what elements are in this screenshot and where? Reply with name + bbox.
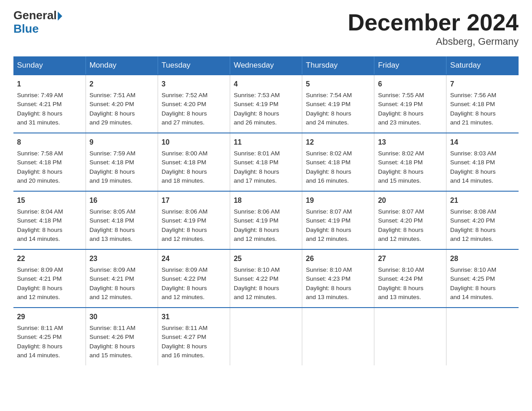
calendar-week-row: 1 Sunrise: 7:49 AM Sunset: 4:21 PM Dayli… [13, 75, 519, 133]
sunset-text: Sunset: 4:21 PM [17, 101, 62, 107]
sunset-text: Sunset: 4:19 PM [306, 217, 351, 224]
sunrise-text: Sunrise: 8:04 AM [17, 208, 63, 215]
day-number: 23 [90, 253, 154, 264]
sunset-text: Sunset: 4:18 PM [162, 159, 206, 166]
calendar-cell: 24 Sunrise: 8:09 AM Sunset: 4:22 PM Dayl… [158, 249, 230, 308]
calendar-cell [302, 308, 374, 365]
sunrise-text: Sunrise: 8:09 AM [17, 266, 63, 273]
sunset-text: Sunset: 4:27 PM [162, 334, 206, 340]
day-number: 12 [306, 137, 370, 148]
calendar-cell: 9 Sunrise: 7:59 AM Sunset: 4:18 PM Dayli… [86, 133, 158, 191]
calendar-cell: 25 Sunrise: 8:10 AM Sunset: 4:22 PM Dayl… [230, 249, 302, 308]
sunset-text: Sunset: 4:19 PM [234, 101, 279, 107]
sunrise-text: Sunrise: 8:05 AM [90, 208, 136, 215]
logo-blue: Blue [13, 22, 39, 36]
logo-general: General [13, 9, 62, 22]
day-number: 29 [17, 312, 82, 322]
day-number: 30 [90, 312, 154, 322]
daylight-text: Daylight: 8 hoursand 13 minutes. [378, 285, 423, 300]
month-title: December 2024 [348, 9, 519, 36]
sunset-text: Sunset: 4:23 PM [306, 275, 351, 282]
daylight-text: Daylight: 8 hoursand 14 minutes. [450, 168, 495, 184]
sunset-text: Sunset: 4:18 PM [17, 217, 62, 224]
sunset-text: Sunset: 4:18 PM [378, 159, 423, 166]
sunset-text: Sunset: 4:26 PM [90, 334, 134, 340]
calendar-week-row: 15 Sunrise: 8:04 AM Sunset: 4:18 PM Dayl… [13, 191, 519, 249]
header-wednesday: Wednesday [230, 56, 302, 75]
daylight-text: Daylight: 8 hoursand 12 minutes. [90, 285, 135, 300]
daylight-text: Daylight: 8 hoursand 15 minutes. [90, 343, 135, 359]
daylight-text: Daylight: 8 hoursand 13 minutes. [90, 227, 135, 242]
header-saturday: Saturday [446, 56, 519, 75]
daylight-text: Daylight: 8 hoursand 16 minutes. [306, 168, 351, 184]
sunrise-text: Sunrise: 8:00 AM [162, 150, 208, 157]
sunrise-text: Sunrise: 8:09 AM [162, 266, 208, 273]
sunset-text: Sunset: 4:22 PM [234, 275, 279, 282]
sunrise-text: Sunrise: 7:54 AM [306, 92, 352, 98]
sunset-text: Sunset: 4:18 PM [450, 101, 495, 107]
sunset-text: Sunset: 4:18 PM [450, 159, 495, 166]
calendar-week-row: 22 Sunrise: 8:09 AM Sunset: 4:21 PM Dayl… [13, 249, 519, 308]
sunrise-text: Sunrise: 7:56 AM [450, 92, 496, 98]
sunrise-text: Sunrise: 7:55 AM [378, 92, 424, 98]
daylight-text: Daylight: 8 hoursand 27 minutes. [162, 110, 207, 126]
sunrise-text: Sunrise: 7:52 AM [162, 92, 208, 98]
calendar-week-row: 29 Sunrise: 8:11 AM Sunset: 4:25 PM Dayl… [13, 308, 519, 365]
calendar-cell: 31 Sunrise: 8:11 AM Sunset: 4:27 PM Dayl… [158, 308, 230, 365]
day-number: 18 [234, 195, 298, 206]
calendar-cell: 17 Sunrise: 8:06 AM Sunset: 4:19 PM Dayl… [158, 191, 230, 249]
sunrise-text: Sunrise: 8:10 AM [378, 266, 424, 273]
sunrise-text: Sunrise: 8:11 AM [162, 325, 208, 331]
sunset-text: Sunset: 4:25 PM [450, 275, 495, 282]
daylight-text: Daylight: 8 hoursand 15 minutes. [378, 168, 423, 184]
daylight-text: Daylight: 8 hoursand 14 minutes. [17, 343, 62, 359]
day-number: 20 [378, 195, 442, 206]
daylight-text: Daylight: 8 hoursand 24 minutes. [306, 110, 351, 126]
day-number: 21 [450, 195, 515, 206]
header-thursday: Thursday [302, 56, 374, 75]
sunrise-text: Sunrise: 7:49 AM [17, 92, 63, 98]
sunset-text: Sunset: 4:18 PM [306, 159, 351, 166]
days-header-row: Sunday Monday Tuesday Wednesday Thursday… [13, 56, 519, 75]
calendar-cell: 21 Sunrise: 8:08 AM Sunset: 4:20 PM Dayl… [446, 191, 519, 249]
sunset-text: Sunset: 4:22 PM [162, 275, 206, 282]
calendar-cell: 28 Sunrise: 8:10 AM Sunset: 4:25 PM Dayl… [446, 249, 519, 308]
day-number: 22 [17, 253, 82, 264]
sunrise-text: Sunrise: 8:03 AM [450, 150, 496, 157]
header-sunday: Sunday [13, 56, 86, 75]
sunrise-text: Sunrise: 7:58 AM [17, 150, 63, 157]
page-header: General Blue December 2024 Absberg, Germ… [13, 9, 519, 47]
day-number: 15 [17, 195, 82, 206]
calendar-cell [230, 308, 302, 365]
sunset-text: Sunset: 4:20 PM [90, 101, 134, 107]
calendar-cell: 6 Sunrise: 7:55 AM Sunset: 4:19 PM Dayli… [374, 75, 446, 133]
daylight-text: Daylight: 8 hoursand 12 minutes. [450, 227, 495, 242]
daylight-text: Daylight: 8 hoursand 16 minutes. [162, 343, 207, 359]
daylight-text: Daylight: 8 hoursand 26 minutes. [234, 110, 279, 126]
sunrise-text: Sunrise: 8:02 AM [306, 150, 352, 157]
calendar-cell: 3 Sunrise: 7:52 AM Sunset: 4:20 PM Dayli… [158, 75, 230, 133]
sunrise-text: Sunrise: 8:07 AM [306, 208, 352, 215]
day-number: 31 [162, 312, 226, 322]
sunset-text: Sunset: 4:18 PM [90, 159, 134, 166]
title-block: December 2024 Absberg, Germany [348, 9, 519, 47]
daylight-text: Daylight: 8 hoursand 17 minutes. [234, 168, 279, 184]
daylight-text: Daylight: 8 hoursand 13 minutes. [306, 285, 351, 300]
daylight-text: Daylight: 8 hoursand 12 minutes. [234, 285, 279, 300]
sunset-text: Sunset: 4:21 PM [17, 275, 62, 282]
day-number: 27 [378, 253, 442, 264]
logo: General Blue [13, 9, 62, 36]
day-number: 1 [17, 79, 82, 90]
daylight-text: Daylight: 8 hoursand 12 minutes. [162, 227, 207, 242]
calendar-cell: 15 Sunrise: 8:04 AM Sunset: 4:18 PM Dayl… [13, 191, 86, 249]
sunset-text: Sunset: 4:25 PM [17, 334, 62, 340]
sunset-text: Sunset: 4:19 PM [162, 217, 206, 224]
sunset-text: Sunset: 4:21 PM [90, 275, 134, 282]
day-number: 19 [306, 195, 370, 206]
calendar-cell: 14 Sunrise: 8:03 AM Sunset: 4:18 PM Dayl… [446, 133, 519, 191]
day-number: 7 [450, 79, 515, 90]
calendar-cell: 16 Sunrise: 8:05 AM Sunset: 4:18 PM Dayl… [86, 191, 158, 249]
calendar-cell: 20 Sunrise: 8:07 AM Sunset: 4:20 PM Dayl… [374, 191, 446, 249]
sunset-text: Sunset: 4:18 PM [234, 159, 279, 166]
sunrise-text: Sunrise: 8:10 AM [450, 266, 496, 273]
